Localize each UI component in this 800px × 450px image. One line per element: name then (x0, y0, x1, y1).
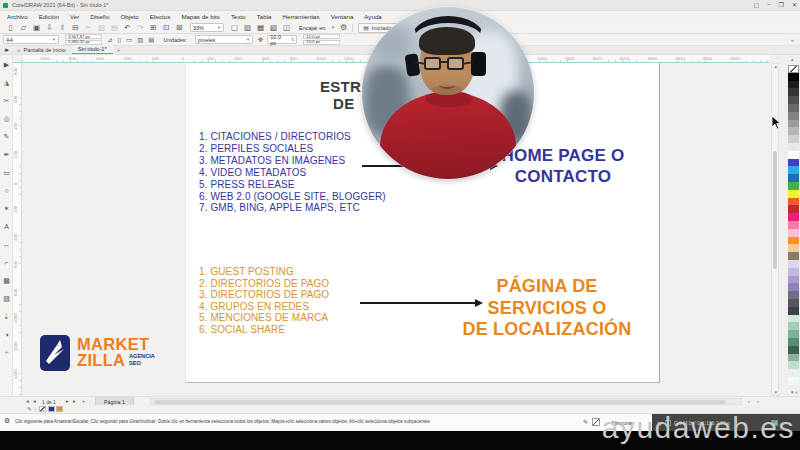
duplicate-y-field[interactable]: 10,0 px (303, 40, 340, 45)
options-gear-icon[interactable]: ⚙ (340, 23, 347, 32)
menu-item[interactable]: Efectos (150, 13, 171, 20)
add-page-icon[interactable]: + (82, 398, 85, 404)
dimension-tool[interactable]: ↔ (0, 238, 13, 252)
freehand-tool[interactable]: ✎ (0, 130, 13, 144)
next-page-icon[interactable]: ▸ (66, 398, 69, 404)
palette-swatch[interactable] (788, 221, 799, 229)
zoom-tool[interactable]: ◎ (0, 112, 13, 126)
page-width-field[interactable]: 3.507,87 px (65, 34, 102, 39)
palette-swatch[interactable] (788, 291, 799, 299)
close-icon[interactable]: ✕ (792, 1, 797, 8)
no-color-swatch[interactable] (788, 65, 799, 73)
palette-swatch[interactable] (788, 182, 799, 190)
menu-item[interactable]: Mapas de bits (181, 13, 220, 20)
palette-swatch[interactable] (788, 276, 799, 284)
new-tab-button[interactable]: + (113, 47, 125, 54)
palette-swatch[interactable] (788, 330, 799, 338)
palette-swatch[interactable] (788, 198, 799, 206)
landscape-button[interactable]: ▭ (126, 36, 132, 44)
menu-item[interactable]: Ver (70, 13, 79, 20)
menu-item[interactable]: Edición (39, 13, 59, 20)
menu-item[interactable]: Herramientas (283, 13, 320, 20)
palette-swatch[interactable] (788, 205, 799, 213)
onpage-strategy-list[interactable]: 1. CITACIONES / DIRECTORIOS2. PERFILES S… (199, 131, 386, 214)
units-select[interactable]: píxeles ▼ (195, 35, 253, 44)
undo-icon[interactable]: ↶ (121, 22, 134, 34)
palette-flyout-icon[interactable]: » (795, 390, 798, 395)
offpage-strategy-list[interactable]: 1. GUEST POSTING2. DIRECTORIOS DE PAGO3.… (199, 266, 329, 336)
import-icon[interactable]: ⇩ (43, 22, 56, 34)
tab-welcome[interactable]: ⌂ Pantalla de inicio (11, 45, 72, 54)
account-icon[interactable]: ▢ (754, 1, 760, 8)
resize-page-icon[interactable]: ⊞ (147, 22, 160, 34)
palette-swatch[interactable] (788, 143, 799, 151)
services-page-heading[interactable]: PÁGINA DESERVICIOS ODE LOCALIZACIÓN (449, 276, 645, 341)
scroll-left-icon[interactable]: ‹ (748, 398, 750, 404)
palette-swatch[interactable] (788, 81, 799, 89)
zoom-level-combo[interactable]: 33% ▼ (190, 23, 224, 32)
palette-swatch[interactable] (788, 369, 799, 377)
save-icon[interactable]: ▣ (30, 22, 43, 34)
show-rulers-icon[interactable]: ▥ (241, 22, 254, 34)
open-icon[interactable]: ▱ (17, 22, 30, 34)
page-height-field[interactable]: 2.480,32 px (65, 40, 102, 45)
palette-swatch[interactable] (788, 229, 799, 237)
menu-item[interactable]: Diseño (90, 13, 109, 20)
interactive-fill-tool[interactable]: ◑ (0, 328, 13, 342)
menu-item[interactable]: Tabla (257, 13, 272, 20)
palette-swatch[interactable] (788, 354, 799, 362)
propbar-overflow-icon[interactable]: » (791, 37, 794, 43)
palette-swatch[interactable] (788, 377, 799, 385)
palette-swatch[interactable] (788, 151, 799, 159)
palette-swatch[interactable] (788, 174, 799, 182)
ellipse-tool[interactable]: ○ (0, 184, 13, 198)
menu-item[interactable]: Objeto (121, 13, 139, 20)
palette-swatch[interactable] (788, 299, 799, 307)
orientation-icon[interactable]: ⊡ (160, 22, 173, 34)
palette-swatch[interactable] (788, 120, 799, 128)
fullscreen-icon[interactable]: ▢ (228, 22, 241, 34)
palette-swatch[interactable] (788, 104, 799, 112)
rectangle-tool[interactable]: ▭ (0, 166, 13, 180)
arrow-to-services-page[interactable] (360, 302, 475, 304)
text-tool[interactable]: A (0, 220, 13, 234)
scroll-up-icon[interactable]: ▲ (774, 64, 778, 69)
no-color-swatch[interactable] (39, 406, 46, 412)
add-tool-button[interactable]: + (0, 346, 13, 360)
nudge-distance-field[interactable]: 10,0 px ⇅ (267, 35, 297, 44)
drop-shadow-tool[interactable]: ▩ (0, 274, 13, 288)
orange-swatch[interactable] (56, 406, 63, 412)
palette-swatch[interactable] (788, 346, 799, 354)
export-icon[interactable]: ⇧ (56, 22, 69, 34)
status-gear-icon[interactable]: ⚙ (4, 417, 10, 425)
snap-to-icon[interactable]: ▧ (267, 22, 280, 34)
palette-swatch[interactable] (788, 283, 799, 291)
scrollbar-thumb[interactable] (154, 400, 726, 404)
connector-tool[interactable]: ⌐ (0, 256, 13, 270)
prev-page-icon[interactable]: ◂ (33, 398, 36, 404)
last-page-icon[interactable]: ▸ (73, 398, 76, 404)
navy-swatch[interactable] (48, 406, 55, 412)
scroll-right-icon[interactable]: › (757, 398, 759, 404)
page-size-select[interactable]: A4 ▼ (3, 35, 59, 44)
welcome-screen-icon[interactable]: ◫ (280, 22, 293, 34)
palette-swatch[interactable] (788, 112, 799, 120)
scroll-down-icon[interactable]: ▼ (774, 390, 778, 395)
fit-page-dropdown[interactable]: Encajar en ▼ (297, 23, 337, 32)
artistic-media-tool[interactable]: ✒ (0, 148, 13, 162)
minimize-icon[interactable]: – (767, 1, 770, 8)
duplicate-x-field[interactable]: 10,0 px (303, 34, 340, 39)
palette-swatch[interactable] (788, 268, 799, 276)
palette-scroll-down-icon[interactable]: ▼ (790, 390, 794, 395)
new-document-icon[interactable]: ▯ (4, 22, 17, 34)
portrait-button[interactable]: ▯ (117, 36, 121, 44)
palette-scroll-up-icon[interactable]: ▲ (790, 57, 794, 62)
crop-tool[interactable]: ✂ (0, 94, 13, 108)
all-pages-button[interactable]: ▥ (137, 36, 143, 44)
palette-swatch[interactable] (788, 88, 799, 96)
shape-tool[interactable]: ◮ (0, 76, 13, 90)
palette-swatch[interactable] (788, 252, 799, 260)
restore-icon[interactable]: ❐ (779, 1, 784, 8)
palette-swatch[interactable] (788, 159, 799, 167)
palette-swatch[interactable] (788, 237, 799, 245)
